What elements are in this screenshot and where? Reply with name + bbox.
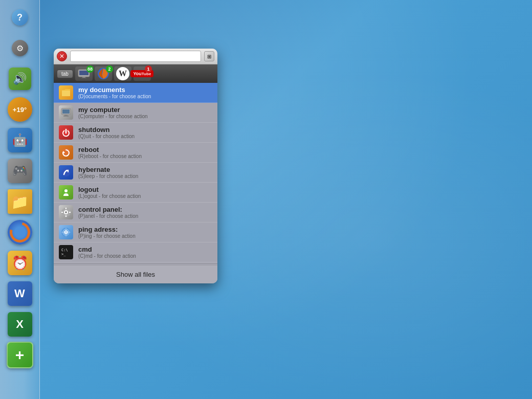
temperature-icon: +19°	[8, 97, 32, 122]
wiki-icon: W	[116, 67, 129, 80]
dock-icon-word[interactable]: W	[7, 280, 33, 307]
control-panel-subtitle: (P)anel - for choose action	[78, 213, 212, 219]
divider	[54, 263, 217, 264]
menu-item-ping-adress[interactable]: ping adress: (P)ing - for choose action	[54, 223, 217, 242]
gear-icon: ⚙	[12, 40, 28, 56]
reboot-title: reboot	[78, 146, 212, 153]
clock-icon: ⏰	[8, 251, 32, 275]
shutdown-svg	[61, 127, 71, 138]
shutdown-text: shutdown (Q)uit - for choose action	[78, 126, 212, 139]
firefox-icon	[8, 220, 32, 245]
dock-icon-help[interactable]: ?	[7, 4, 33, 31]
svg-point-15	[64, 189, 68, 192]
dock-icon-temperature[interactable]: +19°	[7, 96, 33, 123]
dock-icon-speaker[interactable]: 🔊	[7, 65, 33, 92]
cmd-subtitle: (C)md - for choose action	[78, 253, 212, 259]
cmd-text: cmd (C)md - for choose action	[78, 246, 212, 259]
menu-item-reboot[interactable]: reboot (R)eboot - for choose action	[54, 143, 217, 163]
word-icon: W	[8, 281, 32, 306]
menu-window: ✕ ⊞ tab 88 2 W	[54, 49, 217, 283]
svg-rect-22	[69, 212, 71, 213]
computer-title: my computer	[78, 106, 212, 114]
search-input[interactable]	[70, 51, 201, 62]
excel-icon: X	[8, 312, 32, 337]
tab-label: tab	[61, 71, 69, 77]
dock-icon-settings[interactable]: ⚙	[7, 35, 33, 61]
reboot-text: reboot (R)eboot - for choose action	[78, 146, 212, 159]
svg-text:>_: >_	[61, 252, 66, 256]
svg-text:C:\: C:\	[61, 248, 68, 252]
show-all-files-button[interactable]: Show all files	[54, 265, 217, 283]
addapp-icon: +	[7, 342, 33, 368]
computer-icon	[59, 105, 73, 120]
computer-svg	[60, 107, 72, 118]
menu-item-control-panel[interactable]: control panel: (P)anel - for choose acti…	[54, 203, 217, 223]
youtube-label: You	[133, 71, 141, 76]
cmd-svg: C:\ >_	[60, 247, 72, 258]
ping-adress-text: ping adress: (P)ing - for choose action	[78, 226, 212, 239]
control-svg	[60, 207, 72, 218]
documents-icon	[59, 85, 73, 100]
svg-rect-9	[63, 116, 69, 117]
shutdown-icon	[59, 125, 73, 140]
control-panel-title: control panel:	[78, 206, 212, 213]
close-button[interactable]: ✕	[57, 51, 67, 61]
wiki-toolbar-icon[interactable]: W	[114, 66, 131, 81]
logout-svg	[61, 187, 71, 197]
hybernate-title: hybernate	[78, 166, 212, 173]
logout-subtitle: (L)ogout - for choose action	[78, 193, 212, 199]
reboot-icon	[59, 145, 73, 160]
svg-rect-2	[82, 77, 85, 78]
hibernate-svg	[61, 167, 71, 178]
ping-icon	[59, 225, 73, 239]
menu-item-hybernate[interactable]: hybernate (S)leep - for choose action	[54, 163, 217, 183]
documents-title: my documents	[78, 86, 212, 94]
hibernate-icon	[59, 165, 73, 180]
speaker-icon: 🔊	[9, 68, 31, 90]
menu-item-shutdown[interactable]: shutdown (Q)uit - for choose action	[54, 123, 217, 143]
dock-icon-robot[interactable]: 🤖	[7, 127, 33, 153]
dock-icon-excel[interactable]: X	[7, 311, 33, 338]
gamepad-icon: 🎮	[8, 159, 32, 183]
dock: ? ⚙ 🔊 +19° 🤖 🎮 📁 ⏰ W X +	[0, 0, 40, 399]
reboot-svg	[61, 147, 71, 158]
documents-text: my documents (D)ocuments - for choose ac…	[78, 86, 212, 99]
menu-item-my-computer[interactable]: my computer (C)omputer - for choose acti…	[54, 103, 217, 123]
logout-icon	[59, 185, 73, 199]
menu-item-my-documents[interactable]: my documents (D)ocuments - for choose ac…	[54, 83, 217, 103]
hybernate-text: hybernate (S)leep - for choose action	[78, 166, 212, 179]
control-panel-icon	[59, 205, 73, 219]
svg-rect-5	[62, 91, 70, 96]
monitor-toolbar-icon[interactable]: 88	[75, 66, 93, 81]
computer-subtitle: (C)omputer - for choose action	[78, 114, 212, 119]
menu-item-cmd[interactable]: C:\ >_ cmd (C)md - for choose action	[54, 242, 217, 262]
dock-icon-clock[interactable]: ⏰	[7, 250, 33, 276]
help-icon: ?	[12, 9, 28, 26]
tab-button[interactable]: tab	[57, 70, 73, 78]
documents-subtitle: (D)ocuments - for choose action	[78, 94, 212, 99]
menu-list: my documents (D)ocuments - for choose ac…	[54, 83, 217, 283]
menu-item-logout[interactable]: logout (L)ogout - for choose action	[54, 183, 217, 203]
ping-adress-title: ping adress:	[78, 226, 212, 233]
maximize-button[interactable]: ⊞	[204, 51, 214, 61]
svg-rect-8	[64, 115, 68, 116]
dock-icon-folder[interactable]: 📁	[7, 188, 33, 215]
folder-icon: 📁	[8, 189, 32, 214]
monitor-badge: 88	[86, 65, 94, 73]
dock-icon-firefox[interactable]	[7, 219, 33, 246]
dock-icon-gamepad[interactable]: 🎮	[7, 158, 33, 184]
shutdown-title: shutdown	[78, 126, 212, 134]
reboot-subtitle: (R)eboot - for choose action	[78, 153, 212, 159]
robot-icon: 🤖	[8, 128, 32, 152]
toolbar: tab 88 2 W YouTube 1	[54, 64, 217, 83]
svg-rect-3	[81, 78, 86, 78]
svg-point-13	[62, 168, 70, 176]
dock-icon-addapp[interactable]: +	[7, 342, 33, 368]
youtube-toolbar-icon[interactable]: YouTube 1	[134, 66, 151, 81]
youtube-badge: 1	[145, 65, 152, 73]
firefox-toolbar-icon[interactable]: 2	[95, 66, 112, 81]
shutdown-subtitle: (Q)uit - for choose action	[78, 134, 212, 139]
computer-text: my computer (C)omputer - for choose acti…	[78, 106, 212, 119]
folder-svg	[61, 87, 71, 98]
svg-point-18	[65, 211, 67, 213]
